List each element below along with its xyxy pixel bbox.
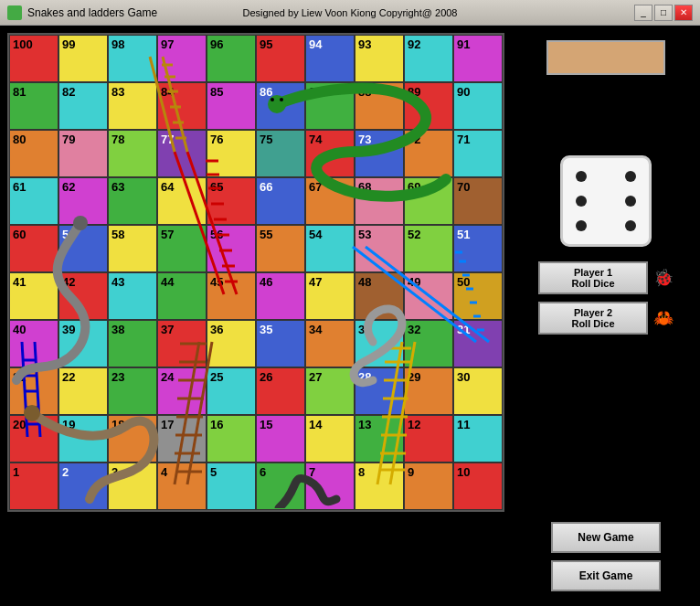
cell-51: 51 — [453, 225, 503, 272]
cell-82: 82 — [58, 82, 108, 130]
cell-15: 15 — [256, 415, 305, 462]
cell-92: 92 — [404, 35, 453, 82]
close-button[interactable]: ✕ — [674, 5, 693, 21]
new-game-button[interactable]: New Game — [551, 522, 661, 553]
cell-70: 70 — [453, 177, 503, 225]
cell-2: 2 — [58, 462, 108, 510]
cell-67: 67 — [305, 177, 355, 225]
dot-1 — [576, 171, 587, 182]
cell-93: 93 — [355, 35, 404, 82]
cell-75: 75 — [256, 130, 305, 177]
cell-8: 8 — [355, 462, 404, 510]
dice-display — [560, 155, 652, 247]
cell-38: 38 — [108, 320, 157, 367]
cell-45: 45 — [207, 272, 256, 320]
cell-62: 62 — [58, 177, 108, 225]
player1-roll-button[interactable]: Player 1Roll Dice — [538, 261, 648, 294]
cell-66: 66 — [256, 177, 305, 225]
board-area: 1009998979695949392918182838485868788899… — [7, 33, 519, 599]
cell-3: 3 — [108, 462, 157, 510]
cell-37: 37 — [157, 320, 207, 367]
cell-84: 84 — [157, 82, 207, 130]
cell-63: 63 — [108, 177, 157, 225]
cell-36: 36 — [207, 320, 256, 367]
cell-27: 27 — [305, 367, 355, 415]
cell-89: 89 — [404, 82, 453, 130]
dot-4 — [576, 196, 587, 207]
player1-icon: 🐞 — [653, 268, 673, 288]
cell-91: 91 — [453, 35, 503, 82]
cell-23: 23 — [108, 367, 157, 415]
cell-96: 96 — [207, 35, 256, 82]
player1-roll-label: Player 1Roll Dice — [571, 267, 614, 289]
dot-3 — [625, 171, 636, 182]
player2-roll-label: Player 2Roll Dice — [571, 307, 614, 329]
exit-game-button[interactable]: Exit Game — [551, 560, 661, 591]
cell-28: 28 — [355, 367, 404, 415]
cell-17: 17 — [157, 415, 207, 462]
cell-56: 56 — [207, 225, 256, 272]
app-icon — [7, 5, 22, 20]
cell-47: 47 — [305, 272, 355, 320]
cell-16: 16 — [207, 415, 256, 462]
cell-50: 50 — [453, 272, 503, 320]
cell-55: 55 — [256, 225, 305, 272]
cell-79: 79 — [58, 130, 108, 177]
cell-71: 71 — [453, 130, 503, 177]
cell-53: 53 — [355, 225, 404, 272]
cell-98: 98 — [108, 35, 157, 82]
cell-100: 100 — [9, 35, 58, 82]
cell-64: 64 — [157, 177, 207, 225]
cell-26: 26 — [256, 367, 305, 415]
cell-95: 95 — [256, 35, 305, 82]
cell-61: 61 — [9, 177, 58, 225]
player2-roll-button[interactable]: Player 2Roll Dice — [538, 302, 648, 335]
cell-29: 29 — [404, 367, 453, 415]
game-board: 1009998979695949392918182838485868788899… — [7, 33, 504, 512]
minimize-button[interactable]: _ — [634, 5, 652, 21]
cell-20: 20 — [9, 415, 58, 462]
cell-43: 43 — [108, 272, 157, 320]
dot-9 — [625, 220, 636, 231]
cell-68: 68 — [355, 177, 404, 225]
cell-4: 4 — [157, 462, 207, 510]
cell-81: 81 — [9, 82, 58, 130]
cell-90: 90 — [453, 82, 503, 130]
cell-9: 9 — [404, 462, 453, 510]
cell-78: 78 — [108, 130, 157, 177]
cell-59: 59 — [58, 225, 108, 272]
cell-5: 5 — [207, 462, 256, 510]
cell-21: 21 — [9, 367, 58, 415]
cell-35: 35 — [256, 320, 305, 367]
cell-24: 24 — [157, 367, 207, 415]
maximize-button[interactable]: □ — [654, 5, 673, 21]
cell-76: 76 — [207, 130, 256, 177]
cell-58: 58 — [108, 225, 157, 272]
cell-94: 94 — [305, 35, 355, 82]
cell-14: 14 — [305, 415, 355, 462]
cell-11: 11 — [453, 415, 503, 462]
dot-7 — [576, 220, 587, 231]
cell-7: 7 — [305, 462, 355, 510]
dot-6 — [625, 196, 636, 207]
cell-39: 39 — [58, 320, 108, 367]
cell-60: 60 — [9, 225, 58, 272]
cell-49: 49 — [404, 272, 453, 320]
score-display — [546, 40, 665, 75]
cell-10: 10 — [453, 462, 503, 510]
cell-85: 85 — [207, 82, 256, 130]
cell-73: 73 — [355, 130, 404, 177]
cell-22: 22 — [58, 367, 108, 415]
cell-88: 88 — [355, 82, 404, 130]
cell-87: 87 — [305, 82, 355, 130]
side-panel: Player 1Roll Dice 🐞 Player 2Roll Dice 🦀 … — [519, 33, 693, 599]
window-controls: _ □ ✕ — [634, 5, 693, 21]
cell-65: 65 — [207, 177, 256, 225]
cell-25: 25 — [207, 367, 256, 415]
cell-74: 74 — [305, 130, 355, 177]
cell-33: 33 — [355, 320, 404, 367]
cell-83: 83 — [108, 82, 157, 130]
cell-40: 40 — [9, 320, 58, 367]
cell-32: 32 — [404, 320, 453, 367]
cell-30: 30 — [453, 367, 503, 415]
